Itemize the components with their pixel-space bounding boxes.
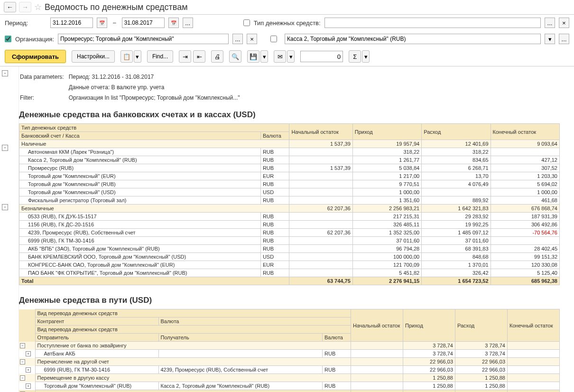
org-label: Организация: (15, 36, 54, 43)
type-money-label: Тип денежных средств: (254, 19, 321, 27)
bank-input[interactable] (285, 34, 541, 44)
variants-button[interactable]: 📋 (120, 50, 133, 63)
variants-dropdown[interactable]: ▾ (134, 50, 141, 63)
expand-icon[interactable]: − (20, 375, 25, 381)
section2-title: Денежные средства в пути (USD) (19, 296, 572, 305)
data-row[interactable]: 4239, Промресурс (RUB), Собственный счет… (19, 229, 560, 237)
expand-button[interactable]: ⇥ (179, 50, 191, 63)
period-select-button[interactable]: ... (183, 18, 193, 28)
period-dash: – (113, 19, 116, 26)
group-row[interactable]: Безналичные62 207,362 256 983,211 642 32… (19, 205, 560, 213)
total-row: Total63 744,752 276 941,151 654 723,5268… (19, 277, 560, 285)
data-row[interactable]: Торговый дом "Комплексный" (USD)USD1 000… (19, 188, 560, 196)
bank-dropdown-button[interactable]: ▾ (545, 34, 555, 44)
org-input[interactable] (58, 34, 229, 44)
period-label: Период: (5, 19, 46, 27)
sigma-dropdown[interactable]: ▾ (362, 50, 370, 63)
expand-icon[interactable]: + (26, 351, 31, 356)
data-row[interactable]: Торговый дом "Комплексный" (EUR)EUR1 217… (19, 172, 560, 180)
data-row[interactable]: 6999 (RUB), ГК ТМ-30-1416RUB37 011,6037 … (19, 237, 560, 245)
total-row: −Total27 945,6527 945,65 (19, 390, 560, 392)
forward-button[interactable]: → (19, 2, 31, 12)
group-row[interactable]: −Перемещение в другую кассу1 250,881 250… (19, 374, 560, 382)
period-from-input[interactable] (50, 18, 93, 28)
section2-table: Вид перевода денежных средствНачальный о… (19, 309, 560, 392)
data-row[interactable]: ПАО БАНК "ФК ОТКРЫТИЕ", Торговый дом "Ко… (19, 269, 560, 277)
data-row[interactable]: БАНК КРЕМЛЕВСКИЙ ООО, Торговый дом "Комп… (19, 253, 560, 261)
data-row[interactable]: Фискальный регистратор (Торговый зал)RUB… (19, 196, 560, 205)
tree-toggle[interactable]: − (2, 70, 8, 76)
data-row[interactable]: Касса 2, Торговый дом "Комплексный" (RUB… (19, 156, 560, 164)
data-row[interactable]: +6999 (RUB), ГК ТМ-30-14164239, Промресу… (19, 366, 560, 374)
email-button[interactable]: ✉ (274, 50, 286, 63)
bank-select-button[interactable]: ... (559, 34, 569, 44)
data-row[interactable]: +Торговый дом "Комплексный" (RUB)Касса 2… (19, 382, 560, 390)
type-money-checkbox[interactable] (243, 19, 250, 26)
email-dropdown[interactable]: ▾ (287, 50, 295, 63)
save-button[interactable]: 💾 (247, 50, 259, 63)
data-row[interactable]: Промресурс (RUB)RUB1 537,395 038,846 268… (19, 164, 560, 172)
org-select-button[interactable]: ... (232, 34, 243, 44)
data-row[interactable]: 1156 (RUB), ГК ДС-20-1516RUB326 485,1119… (19, 221, 560, 229)
back-button[interactable]: ← (4, 2, 16, 12)
tree-toggle[interactable]: − (2, 204, 8, 210)
preview-button[interactable]: 🔍 (229, 50, 241, 63)
data-row[interactable]: +АвтБанк АКБRUB3 728,743 728,74 (19, 350, 560, 358)
data-row[interactable]: КОНГРЕСС-БАНК ОАО, Торговый дом "Комплек… (19, 261, 560, 269)
collapse-button[interactable]: ⇤ (193, 50, 205, 63)
expand-icon[interactable]: + (26, 367, 31, 373)
data-row[interactable]: 0533 (RUB), ГК ДУК-15-1517RUB217 215,312… (19, 213, 560, 221)
calendar-from-button[interactable]: 📅 (97, 18, 107, 28)
save-dropdown[interactable]: ▾ (260, 50, 268, 63)
form-button[interactable]: Сформировать (5, 50, 66, 63)
group-row[interactable]: −Перечисление на другой счет22 966,0322 … (19, 358, 560, 366)
data-row[interactable]: Торговый дом "Комплексный" (RUB)RUB9 770… (19, 180, 560, 188)
group-row[interactable]: −Поступление от банка по эквайрингу3 728… (19, 342, 560, 350)
data-row[interactable]: Автономная ККМ (Ларек "Розница")RUB318,2… (19, 148, 560, 156)
report-parameters: Data parameters:Период: 31.12.2016 - 31.… (19, 71, 245, 103)
org-clear-button[interactable]: × (247, 34, 257, 44)
section1-table: Тип денежных средствНачальный остатокПри… (19, 123, 560, 285)
bank-checkbox[interactable] (270, 36, 277, 42)
settings-button[interactable]: Настройки... (72, 50, 115, 63)
sigma-button[interactable]: Σ (349, 50, 361, 63)
data-row[interactable]: АКБ "ВПБ" (ЗАО), Торговый дом "Комплексн… (19, 245, 560, 253)
period-to-input[interactable] (122, 18, 165, 28)
find-button[interactable]: Find... (147, 50, 173, 63)
page-title: Ведомость по денежным средствам (45, 2, 188, 12)
tree-gutter: − − − (0, 66, 19, 392)
expand-icon[interactable]: − (20, 343, 25, 348)
calendar-to-button[interactable]: 📅 (168, 18, 179, 28)
type-money-clear-button[interactable]: × (559, 18, 569, 28)
section1-title: Денежные средства на банковских счетах и… (19, 110, 572, 120)
tree-toggle[interactable]: − (2, 145, 8, 151)
expand-icon[interactable]: + (26, 383, 31, 389)
favorite-star-icon[interactable]: ☆ (34, 2, 42, 12)
type-money-select-button[interactable]: ... (545, 18, 555, 28)
sum-input[interactable] (300, 51, 343, 62)
print-button[interactable]: 🖨 (211, 50, 223, 63)
org-checkbox[interactable] (5, 36, 11, 42)
expand-icon[interactable]: − (20, 359, 25, 364)
type-money-input[interactable] (324, 18, 541, 28)
group-row[interactable]: Наличные1 537,3919 957,9412 401,699 093,… (19, 140, 560, 148)
